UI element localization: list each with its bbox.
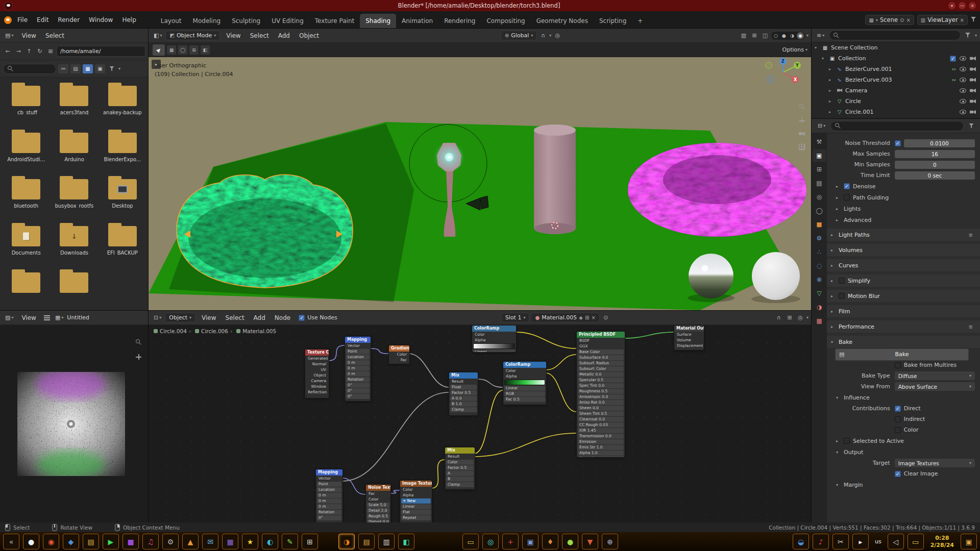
file-search-input[interactable] bbox=[3, 64, 56, 74]
close-icon[interactable]: × bbox=[906, 17, 910, 23]
taskbar-app-icon[interactable]: ♫ bbox=[142, 534, 159, 549]
editor-type-icon[interactable]: ◧▾ bbox=[152, 31, 164, 40]
taskbar-app-icon[interactable]: ◒ bbox=[793, 534, 809, 549]
select-mode-1[interactable]: ▦ bbox=[167, 45, 176, 55]
mode-dropdown[interactable]: ◩ Object Mode▾ bbox=[165, 31, 220, 40]
folder-item-Desktop[interactable]: Desktop bbox=[99, 175, 146, 220]
hamburger-icon[interactable] bbox=[42, 313, 52, 322]
image-datablock-icon[interactable]: ▦▾ bbox=[53, 313, 65, 322]
prop-row-min-samples[interactable]: Min Samples0 bbox=[827, 159, 980, 170]
dropdown[interactable]: Image Textures▾ bbox=[895, 459, 975, 467]
prop-row-bake-type[interactable]: Bake TypeDiffuse▾ bbox=[827, 370, 980, 381]
workspace-tab[interactable]: Geometry Nodes bbox=[531, 14, 594, 29]
taskbar-app-icon[interactable]: ▶ bbox=[103, 534, 119, 549]
workspace-tab[interactable]: Scripting bbox=[594, 14, 632, 29]
taskbar-app-icon[interactable]: ⊞ bbox=[302, 534, 318, 549]
prop-row-denoise[interactable]: ▸✓Denoise bbox=[827, 181, 980, 192]
prop-row-clear-image[interactable]: ✓Clear Image bbox=[827, 468, 980, 479]
value-field[interactable]: 0 bbox=[895, 161, 975, 169]
menu[interactable]: Object bbox=[295, 31, 324, 40]
zoom-icon[interactable] bbox=[799, 104, 805, 110]
prop-row-light-paths[interactable]: ▸Light Paths≣ bbox=[827, 229, 980, 241]
properties-tab-texture[interactable]: ▦ bbox=[813, 315, 826, 327]
properties-tab-constraints[interactable]: ⊗ bbox=[813, 273, 826, 286]
menu[interactable]: View bbox=[197, 313, 220, 322]
prop-row-advanced[interactable]: ▸Advanced bbox=[827, 214, 980, 226]
taskbar-app-icon[interactable]: ◑ bbox=[338, 534, 355, 549]
editor-type-icon[interactable]: ▨▾ bbox=[3, 313, 15, 322]
folder-item-BlenderExpo...[interactable]: BlenderExpo... bbox=[99, 129, 146, 173]
shading-solid-icon[interactable]: ● bbox=[780, 32, 788, 39]
snap-icon[interactable]: ∩ bbox=[774, 313, 783, 322]
menu[interactable]: Select bbox=[221, 313, 249, 322]
editor-type-icon[interactable]: ⊡▾ bbox=[152, 313, 163, 322]
checkbox[interactable] bbox=[839, 293, 845, 299]
taskbar-app-icon[interactable]: + bbox=[502, 534, 519, 549]
outliner-row-scene-collection[interactable]: ▾▦Scene Collection bbox=[812, 42, 980, 53]
hide-render-icon[interactable] bbox=[970, 99, 976, 104]
refresh-icon[interactable]: ↻ bbox=[35, 47, 44, 56]
menu[interactable]: View bbox=[17, 31, 40, 40]
hide-render-icon[interactable] bbox=[970, 57, 976, 61]
new-material-icon[interactable]: ⊞ bbox=[585, 315, 589, 320]
properties-tab-object[interactable]: ■ bbox=[813, 218, 826, 231]
properties-tab-data[interactable]: ▽ bbox=[813, 287, 826, 299]
hide-viewport-icon[interactable] bbox=[960, 67, 966, 71]
white-sphere[interactable] bbox=[752, 252, 800, 300]
viewlayer-selector[interactable]: ▥ ViewLayer × bbox=[917, 15, 968, 25]
taskbar-app-icon[interactable]: « bbox=[3, 534, 19, 549]
taskbar-app-icon[interactable]: ◉ bbox=[43, 534, 59, 549]
workspace-tab[interactable]: + bbox=[632, 14, 648, 29]
outliner-row-circle[interactable]: ▸▽Circle bbox=[812, 96, 980, 107]
properties-tab-particles[interactable]: ∴ bbox=[813, 246, 826, 258]
filter-icon[interactable] bbox=[971, 17, 976, 23]
prop-row-selected-to-active[interactable]: ▸Selected to Active bbox=[827, 435, 980, 446]
outliner-search-input[interactable] bbox=[829, 30, 961, 40]
outliner-row-circle-001[interactable]: ▸▽Circle.001 bbox=[812, 107, 980, 117]
window-control-button[interactable]: × bbox=[969, 2, 976, 9]
value-field[interactable]: 0 sec bbox=[895, 171, 975, 180]
menu[interactable]: Edit bbox=[32, 15, 53, 24]
taskbar-app-icon[interactable]: ♦ bbox=[542, 534, 558, 549]
workspace-tab[interactable]: Rendering bbox=[438, 14, 481, 29]
image-canvas[interactable] bbox=[0, 325, 149, 522]
taskbar-app-icon[interactable]: ▦ bbox=[222, 534, 238, 549]
checkbox[interactable]: ✓ bbox=[895, 471, 901, 477]
workspace-tab[interactable]: Compositing bbox=[481, 14, 530, 29]
hide-viewport-icon[interactable] bbox=[960, 110, 966, 114]
taskbar-app-icon[interactable]: ★ bbox=[242, 534, 258, 549]
slot-dropdown[interactable]: Slot 1▾ bbox=[501, 313, 530, 322]
taskbar-app-icon[interactable]: ■ bbox=[122, 534, 139, 549]
menu[interactable]: Render bbox=[53, 15, 84, 24]
prop-row-influence[interactable]: ▾Influence bbox=[827, 392, 980, 403]
prop-row-lights[interactable]: ▸Lights bbox=[827, 203, 980, 214]
show-gizmo-icon[interactable]: ▥ bbox=[739, 31, 748, 40]
taskbar-app-icon[interactable]: ◎ bbox=[482, 534, 499, 549]
folder-item-Arduino[interactable]: Arduino bbox=[50, 129, 98, 173]
node-mix[interactable]: MixResultFloatFactor 0.5A 0.0B 1.0Clamp bbox=[449, 372, 478, 416]
folder-item-acers3fand[interactable]: acers3fand bbox=[50, 82, 98, 127]
prop-row-bake[interactable]: ▤Bake bbox=[827, 349, 980, 360]
taskbar-app-icon[interactable]: ● bbox=[562, 534, 578, 549]
filter-icon[interactable] bbox=[963, 31, 972, 40]
taskbar-app-icon[interactable]: ▣ bbox=[522, 534, 538, 549]
node-colorramp[interactable]: ColorRampColorAlphaLinearRGBFac 0.5 bbox=[503, 361, 547, 405]
prop-row-view-from[interactable]: View FromAbove Surface▾ bbox=[827, 381, 980, 392]
taskbar-app-icon[interactable]: ▸ bbox=[852, 534, 869, 549]
pan-icon[interactable] bbox=[136, 354, 141, 360]
prop-row-performance[interactable]: ▸Performance≣ bbox=[827, 320, 980, 333]
folder-item[interactable] bbox=[2, 268, 50, 308]
properties-tab-material[interactable]: ◑ bbox=[813, 301, 826, 313]
breadcrumb-item[interactable]: Material.005 bbox=[230, 328, 276, 334]
render-preview-icon[interactable]: ◎ bbox=[796, 313, 805, 322]
taskbar-app-icon[interactable]: ◧ bbox=[398, 534, 414, 549]
node-noise-texture[interactable]: Noise TextureFacColorScale 5.0Detail 2.0… bbox=[365, 484, 391, 522]
checkbox[interactable] bbox=[895, 362, 901, 368]
xray-icon[interactable]: ◫ bbox=[761, 31, 770, 40]
menu[interactable]: File bbox=[13, 15, 32, 24]
orientation-dropdown[interactable]: ⊕ Global▾ bbox=[501, 31, 537, 40]
checkbox[interactable]: ✓ bbox=[950, 56, 956, 62]
filter-toggle-icon[interactable] bbox=[107, 64, 116, 73]
node-image-texture[interactable]: Image TextureColorAlpha+ NewLinearFlatRe… bbox=[400, 480, 432, 522]
checkbox[interactable]: ✓ bbox=[895, 406, 901, 412]
